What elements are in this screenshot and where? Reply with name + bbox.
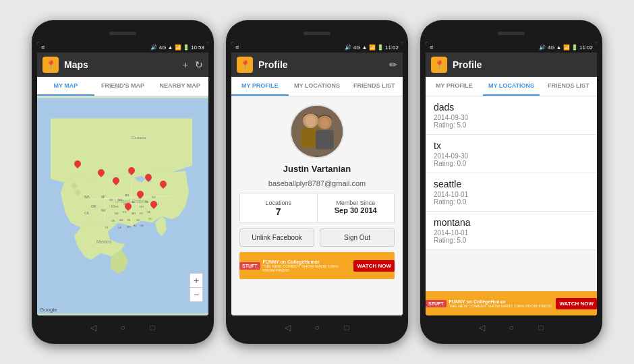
locations-list: dads 2014-09-30Rating: 5.0 tx 2014-09-30… xyxy=(426,96,597,291)
ad-banner-3[interactable]: STUFT FUNNY on CollegeHumor THE NEW COME… xyxy=(426,291,597,315)
ad-description: THE NEW COMEDY SHOW MADE 100% FROM FINDS… xyxy=(263,264,350,272)
screen-profile: ≡ 🔊 4G ▲ 📶 🔋 11:02 📍 Profile ✏ MY PROFIL… xyxy=(231,42,403,315)
svg-text:MS: MS xyxy=(127,225,131,229)
tab-my-map[interactable]: MY MAP xyxy=(37,77,94,96)
svg-text:MO: MO xyxy=(132,212,136,215)
maps-app-icon: 📍 xyxy=(42,57,59,73)
back-button-2[interactable]: ◁ xyxy=(281,321,294,334)
zoom-in-button[interactable]: + xyxy=(190,274,202,288)
svg-text:OK: OK xyxy=(111,219,115,222)
svg-text:AL: AL xyxy=(134,224,138,227)
tab-my-locations[interactable]: MY LOCATIONS xyxy=(289,77,346,96)
maps-tab-bar: MY MAP FRIEND'S MAP NEARBY MAP xyxy=(37,77,208,96)
list-item[interactable]: montana 2014-10-01Rating: 5.0 xyxy=(426,212,597,250)
tab-my-locations-3[interactable]: MY LOCATIONS xyxy=(483,77,540,96)
app-bar-profile: 📍 Profile ✏ xyxy=(231,53,403,77)
tab-my-profile-3[interactable]: MY PROFILE xyxy=(426,77,483,96)
map-marker-2[interactable] xyxy=(98,169,105,177)
back-button-3[interactable]: ◁ xyxy=(475,321,488,334)
recents-button-3[interactable]: □ xyxy=(534,321,548,334)
tab-nearby-map[interactable]: NEARBY MAP xyxy=(151,77,208,96)
maps-title: Maps xyxy=(64,59,177,70)
ad-watch-button-3[interactable]: WATCH NOW xyxy=(556,298,597,309)
svg-text:TX: TX xyxy=(105,226,108,229)
map-view[interactable]: WA OR CA MT ID NV ND MN SD WI MN IA MI O… xyxy=(37,96,208,315)
ad-watch-button[interactable]: WATCH NOW xyxy=(353,260,395,272)
svg-text:MT: MT xyxy=(101,195,106,199)
map-marker-5[interactable] xyxy=(145,174,152,182)
home-button-2[interactable]: ○ xyxy=(310,321,324,334)
svg-text:MN: MN xyxy=(125,193,129,197)
user-name: Justin Vartanian xyxy=(283,164,351,174)
speaker-2 xyxy=(304,32,330,35)
unlink-facebook-button[interactable]: Unlink Facebook xyxy=(239,229,314,247)
tab-my-profile[interactable]: MY PROFILE xyxy=(231,77,289,96)
signal-icons-2: 🔊 4G ▲ 📶 🔋 xyxy=(345,44,383,51)
phone-top-3 xyxy=(426,27,597,39)
status-bar-2: ≡ 🔊 4G ▲ 📶 🔋 11:02 xyxy=(231,42,403,53)
add-icon[interactable]: + xyxy=(183,59,188,70)
signal-icons-3: 🔊 4G ▲ 📶 🔋 xyxy=(539,44,577,51)
screen-locations: ≡ 🔊 4G ▲ 📶 🔋 11:02 📍 Profile MY PROFILE … xyxy=(426,42,597,315)
app-bar-locations: 📍 Profile xyxy=(426,53,597,77)
profile-tab-bar: MY PROFILE MY LOCATIONS FRIENDS LIST xyxy=(231,77,403,96)
map-marker-1[interactable] xyxy=(74,160,81,169)
svg-text:NC: NC xyxy=(136,218,140,222)
ad-description-3: THE NEW COMEDY SHOW MADE 100% FROM FINDS… xyxy=(449,304,552,308)
map-zoom-controls[interactable]: + − xyxy=(190,273,203,302)
map-marker-9[interactable] xyxy=(125,203,132,211)
location-name-4: montana xyxy=(434,217,589,228)
speaker-1 xyxy=(109,32,136,35)
maps-actions[interactable]: + ↻ xyxy=(183,59,203,70)
map-svg: WA OR CA MT ID NV ND MN SD WI MN IA MI O… xyxy=(37,96,208,315)
home-button-3[interactable]: ○ xyxy=(505,321,518,334)
map-marker-4[interactable] xyxy=(113,177,119,185)
tab-friends-map[interactable]: FRIEND'S MAP xyxy=(94,77,152,96)
locations-value: 7 xyxy=(243,206,314,217)
location-meta-3: 2014-10-01Rating: 0.0 xyxy=(434,191,589,206)
locations-label: Locations xyxy=(265,200,291,206)
svg-text:OR: OR xyxy=(91,204,96,208)
svg-text:VA: VA xyxy=(147,210,150,214)
list-item[interactable]: tx 2014-09-30Rating: 0.0 xyxy=(426,135,597,173)
location-name-1: dads xyxy=(434,102,589,113)
recents-button-1[interactable]: □ xyxy=(146,321,159,334)
phone-locations: ≡ 🔊 4G ▲ 📶 🔋 11:02 📍 Profile MY PROFILE … xyxy=(420,20,602,344)
list-item[interactable]: seattle 2014-10-01Rating: 0.0 xyxy=(426,173,597,212)
svg-text:SC: SC xyxy=(148,217,152,220)
status-left-2: ≡ xyxy=(235,44,239,51)
back-button-1[interactable]: ◁ xyxy=(86,321,100,334)
recents-button-2[interactable]: □ xyxy=(340,321,353,334)
zoom-out-button[interactable]: − xyxy=(190,288,202,301)
phone-bottom-2: ◁ ○ □ xyxy=(231,318,403,337)
ad-funny-label: FUNNY on CollegeHumor xyxy=(263,260,350,264)
svg-point-44 xyxy=(306,115,316,127)
edit-icon[interactable]: ✏ xyxy=(389,59,397,70)
signal-icons-1: 🔊 4G ▲ 📶 🔋 xyxy=(150,44,189,51)
svg-text:LA: LA xyxy=(118,226,121,229)
list-item[interactable]: dads 2014-09-30Rating: 5.0 xyxy=(426,96,597,135)
member-since-date: Sep 30 2014 xyxy=(320,206,392,214)
profile-actions-bar[interactable]: ✏ xyxy=(389,59,397,70)
google-watermark: Google xyxy=(40,307,57,313)
time-3: 11:02 xyxy=(579,44,593,51)
phone-top-1 xyxy=(37,27,208,39)
home-button-1[interactable]: ○ xyxy=(116,321,129,334)
map-marker-8[interactable] xyxy=(150,201,157,209)
tab-friends-list-3[interactable]: FRIENDS LIST xyxy=(540,77,597,96)
sign-out-button[interactable]: Sign Out xyxy=(320,229,395,247)
svg-text:ND: ND xyxy=(109,198,113,202)
time-1: 10:58 xyxy=(191,44,204,51)
tab-friends-list[interactable]: FRIENDS LIST xyxy=(345,77,403,96)
menu-icon-1: ≡ xyxy=(41,44,45,51)
map-marker-6[interactable] xyxy=(160,181,167,189)
svg-text:GA: GA xyxy=(140,224,144,227)
status-bar-3: ≡ 🔊 4G ▲ 📶 🔋 11:02 xyxy=(426,42,597,53)
avatar xyxy=(290,104,344,158)
locations-tab-bar: MY PROFILE MY LOCATIONS FRIENDS LIST xyxy=(426,77,597,96)
ad-banner-2[interactable]: STUFT FUNNY on CollegeHumor THE NEW COME… xyxy=(239,252,395,279)
map-marker-7[interactable] xyxy=(137,191,144,199)
refresh-icon[interactable]: ↻ xyxy=(195,59,203,70)
map-marker-3[interactable] xyxy=(128,167,135,175)
scene: ≡ 🔊 4G ▲ 📶 🔋 10:58 📍 Maps + ↻ MY MAP xyxy=(18,13,616,351)
